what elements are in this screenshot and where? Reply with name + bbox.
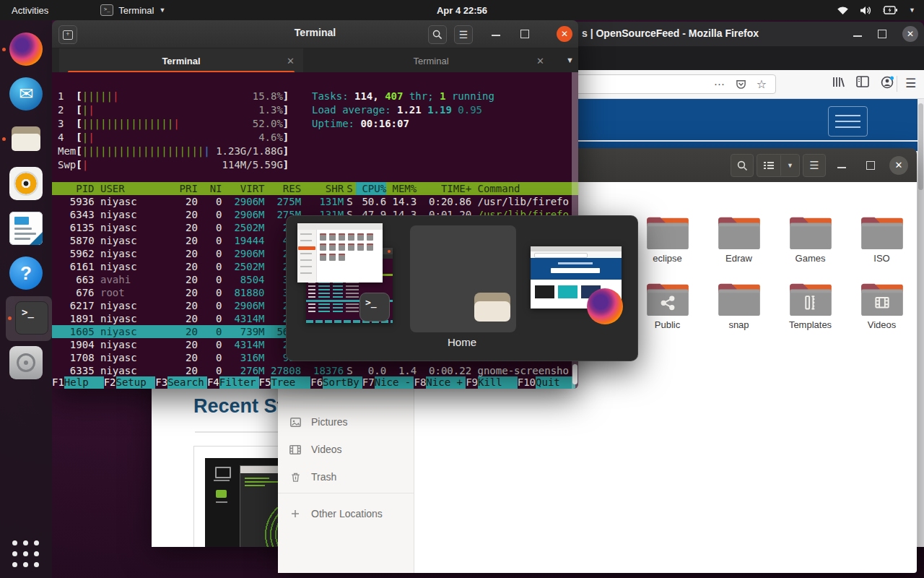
fkey-label-f5[interactable]: Tree — [271, 376, 310, 389]
mini-folder — [339, 243, 345, 251]
column-header-mem%[interactable]: MEM% — [386, 182, 417, 195]
system-status-area[interactable]: ▼ — [837, 0, 915, 20]
show-applications-button[interactable] — [12, 540, 41, 569]
dock-item-disks[interactable] — [0, 341, 52, 386]
files-minimize-button[interactable] — [837, 148, 846, 182]
files-maximize-button[interactable] — [866, 148, 875, 182]
firefox-window-title: s | OpenSourceFeed - Mozilla Firefox — [582, 27, 759, 39]
fkey-f1[interactable]: F1 — [52, 376, 64, 389]
sidebar-item-trash[interactable]: Trash — [278, 463, 414, 491]
firefox-minimize-button[interactable] — [853, 27, 862, 41]
firefox-maximize-button[interactable] — [878, 30, 886, 38]
fkey-label-f10[interactable]: Quit — [536, 376, 575, 389]
folder-Edraw[interactable]: Edraw — [703, 215, 775, 264]
folder-snap[interactable]: snap — [703, 281, 775, 330]
fkey-f7[interactable]: F7 — [362, 376, 375, 389]
column-header-s[interactable]: S — [344, 182, 356, 195]
dock-item-files[interactable] — [0, 117, 52, 162]
htop-column-header[interactable]: PIDUSERPRINIVIRTRESSHRSCPU%MEM%TIME+Comm… — [52, 182, 578, 195]
column-header-pid[interactable]: PID — [58, 182, 95, 195]
htop-row[interactable]: 5936niyasc2002906M275M131MS50.614.30:20.… — [52, 195, 578, 208]
terminal-search-button[interactable] — [428, 25, 447, 44]
fkey-label-f6[interactable]: SortBy — [323, 376, 362, 389]
clock[interactable]: Apr 4 22:56 — [0, 5, 924, 16]
folder-eclipse[interactable]: eclipse — [632, 215, 703, 264]
htop-row[interactable]: 6335niyasc200276M2780818376S0.01.40:00.2… — [52, 364, 578, 377]
account-icon[interactable] — [881, 76, 894, 89]
sidebar-item-other-locations[interactable]: Other Locations — [278, 500, 414, 527]
column-header-command[interactable]: Command — [471, 182, 578, 195]
site-menu-button[interactable] — [828, 106, 868, 137]
bookmark-star-icon[interactable]: ☆ — [757, 77, 767, 91]
folder-Videos[interactable]: Videos — [846, 281, 918, 330]
firefox-close-button[interactable]: ✕ — [902, 26, 918, 42]
sidebar-item-pictures[interactable]: Pictures — [278, 408, 414, 436]
dock-item-help[interactable]: ? — [0, 251, 52, 296]
library-icon[interactable] — [832, 76, 845, 88]
files-close-button[interactable]: ✕ — [889, 148, 908, 182]
fkey-f4[interactable]: F4 — [207, 376, 219, 389]
folder-Public[interactable]: Public — [632, 281, 703, 330]
fkey-f10[interactable]: F10 — [518, 376, 536, 389]
column-header-shr[interactable]: SHR — [301, 182, 344, 195]
fkey-f8[interactable]: F8 — [414, 376, 426, 389]
fkey-f9[interactable]: F9 — [466, 376, 478, 389]
tab-terminal-1[interactable]: Terminal ✕ — [59, 48, 303, 73]
terminal-icon: >_ — [15, 301, 48, 335]
fkey-f3[interactable]: F3 — [155, 376, 167, 389]
fkey-label-f2[interactable]: Setup — [116, 376, 156, 389]
fkey-f5[interactable]: F5 — [259, 376, 271, 389]
dock-item-rhythmbox[interactable] — [0, 162, 52, 207]
sidebar-item-videos[interactable]: Videos — [278, 436, 414, 463]
fkey-f6[interactable]: F6 — [310, 376, 323, 389]
close-tab-icon[interactable]: ✕ — [287, 56, 295, 66]
fkey-label-f9[interactable]: Kill — [478, 376, 518, 389]
pocket-icon[interactable] — [736, 79, 746, 90]
dock-item-thunderbird[interactable]: ✉ — [0, 72, 52, 117]
tab-label: Terminal — [413, 56, 448, 66]
tab-terminal-2[interactable]: Terminal ✕ — [309, 48, 553, 73]
column-header-ni[interactable]: NI — [198, 182, 222, 195]
files-menu-button[interactable]: ☰ — [803, 154, 826, 177]
files-view-button[interactable]: ▼ — [757, 154, 800, 177]
htop-function-bar[interactable]: F1HelpF2SetupF3SearchF4FilterF5TreeF6Sor… — [52, 376, 578, 389]
memory-meter: Mem[|||||||||||||||||||||1.23G/1.88G] — [58, 144, 289, 158]
terminal-menu-button[interactable]: ☰ — [454, 25, 473, 44]
view-options-dropdown-icon[interactable]: ▼ — [780, 155, 799, 176]
column-header-cpu%[interactable]: CPU% — [356, 182, 386, 195]
terminal-headerbar[interactable]: + Terminal ☰ ✕ — [52, 20, 578, 48]
tab-list-dropdown-icon[interactable]: ▼ — [566, 56, 574, 64]
dock-item-firefox[interactable] — [0, 27, 52, 72]
folder-Games[interactable]: Games — [775, 215, 846, 264]
page-actions-icon[interactable]: ⋯ — [714, 78, 725, 91]
fkey-label-f7[interactable]: Nice - — [375, 376, 414, 389]
column-header-res[interactable]: RES — [265, 182, 302, 195]
list-view-icon[interactable] — [757, 161, 780, 170]
dock-item-terminal[interactable]: >_ — [6, 296, 52, 341]
switcher-item-files[interactable] — [297, 223, 383, 282]
column-header-time+[interactable]: TIME+ — [417, 182, 471, 195]
fkey-label-f4[interactable]: Filter — [219, 376, 259, 389]
uptime-line: Uptime: 00:16:07 — [312, 117, 494, 131]
fkey-label-f3[interactable]: Search — [167, 376, 207, 389]
dock-item-libreoffice-writer[interactable] — [0, 207, 52, 251]
firefox-menu-icon[interactable]: ☰ — [905, 76, 916, 91]
column-header-virt[interactable]: VIRT — [222, 182, 265, 195]
close-tab-icon[interactable]: ✕ — [536, 56, 544, 66]
cpu-meter-3: 3[||||||||||||||||52.0%] — [58, 117, 289, 131]
page-scrollbar[interactable] — [918, 99, 924, 547]
folder-Templates[interactable]: Templates — [775, 281, 846, 330]
fkey-label-f1[interactable]: Help — [64, 376, 104, 389]
folder-ISO[interactable]: ISO — [846, 215, 918, 264]
sidebar-item-label: Trash — [311, 471, 336, 483]
fkey-label-f8[interactable]: Nice + — [426, 376, 466, 389]
column-header-pri[interactable]: PRI — [167, 182, 198, 195]
column-header-user[interactable]: USER — [95, 182, 167, 195]
fkey-f2[interactable]: F2 — [104, 376, 116, 389]
sidebar-toggle-icon[interactable] — [856, 76, 869, 87]
terminal-maximize-button[interactable] — [520, 30, 529, 38]
terminal-close-button[interactable]: ✕ — [557, 26, 572, 42]
files-search-button[interactable] — [731, 154, 754, 177]
top-bar: Activities >_ Terminal ▼ Apr 4 22:56 ▼ — [0, 0, 924, 20]
terminal-minimize-button[interactable] — [492, 26, 500, 40]
